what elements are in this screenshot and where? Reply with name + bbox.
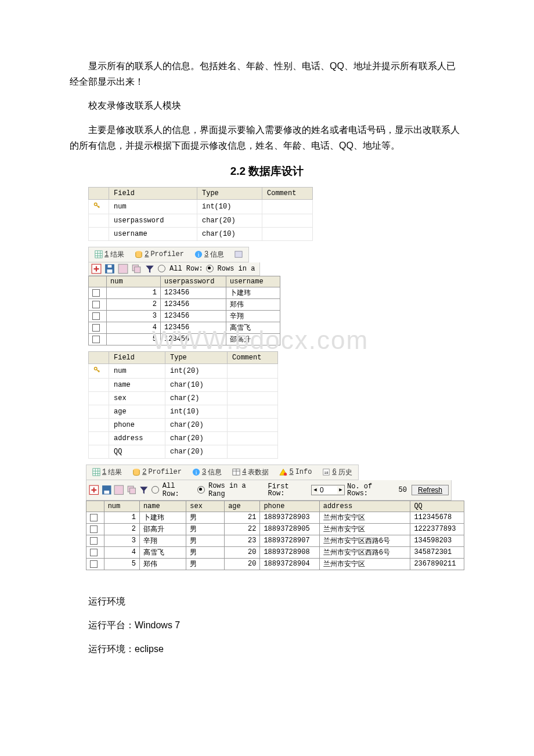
rows-range-label: Rows in a Rang bbox=[208, 482, 266, 498]
result-toolbar-1: All Row: Rows in a bbox=[88, 262, 260, 276]
svg-rect-12 bbox=[135, 267, 140, 273]
cell-phone: 18893728905 bbox=[260, 523, 319, 535]
type-cell: int(10) bbox=[165, 405, 228, 418]
schema-row: QQchar(20) bbox=[89, 445, 278, 458]
table-row[interactable]: 2123456郑伟 bbox=[89, 298, 280, 310]
tab-panel-icon[interactable] bbox=[231, 250, 246, 259]
row-checkbox[interactable] bbox=[89, 333, 107, 345]
schema-row: userpasswordchar(20) bbox=[89, 214, 313, 227]
col-num: num bbox=[104, 501, 139, 512]
comment-cell bbox=[262, 227, 313, 240]
hist-icon: 18 bbox=[322, 468, 330, 476]
field-cell: userpassword bbox=[109, 214, 197, 227]
schema-row: ageint(10) bbox=[89, 405, 278, 418]
col-field: Field bbox=[109, 351, 165, 363]
cell-name: 辛翔 bbox=[139, 535, 186, 546]
first-row-input[interactable] bbox=[319, 486, 337, 494]
row-checkbox[interactable] bbox=[86, 546, 104, 558]
key-cell bbox=[89, 378, 109, 391]
cell-QQ: 112345678 bbox=[410, 512, 464, 523]
tab-表数据[interactable]: 4 表数据 bbox=[229, 467, 272, 478]
cell-QQ: 2367890211 bbox=[410, 558, 464, 570]
row-checkbox[interactable] bbox=[89, 310, 107, 322]
comment-cell bbox=[228, 363, 278, 378]
table-row[interactable]: 5123456邵高升 bbox=[89, 333, 280, 345]
all-rows-radio[interactable] bbox=[151, 486, 159, 494]
grid-icon bbox=[92, 468, 100, 476]
svg-rect-10 bbox=[118, 264, 128, 273]
delete-row-icon[interactable] bbox=[114, 485, 124, 495]
db-icon bbox=[132, 468, 140, 476]
row-checkbox[interactable] bbox=[86, 512, 104, 523]
paragraph-module-desc: 主要是修改联系人的信息，界面提示要输入需要修改的姓名或者电话号码，显示出改联系人… bbox=[70, 122, 464, 153]
add-row-icon[interactable] bbox=[89, 485, 99, 495]
col-comment: Comment bbox=[262, 187, 313, 199]
all-rows-radio[interactable] bbox=[158, 265, 165, 272]
key-cell bbox=[89, 363, 109, 378]
rows-range-radio[interactable] bbox=[197, 486, 205, 494]
key-cell bbox=[89, 214, 109, 227]
cell-age: 22 bbox=[225, 523, 260, 535]
panel-icon bbox=[234, 250, 243, 258]
row-checkbox[interactable] bbox=[89, 322, 107, 333]
svg-rect-25 bbox=[114, 485, 123, 494]
row-checkbox[interactable] bbox=[89, 287, 107, 298]
table-row[interactable]: 1卜建玮男2118893728903兰州市安宁区112345678 bbox=[86, 512, 464, 523]
tab-信息[interactable]: i 3 信息 bbox=[189, 467, 225, 478]
tab-结果[interactable]: 1 结果 bbox=[91, 249, 128, 260]
first-row-spinner[interactable]: ◀ ▶ bbox=[311, 485, 345, 495]
svg-text:18: 18 bbox=[324, 471, 329, 475]
cell-num: 1 bbox=[107, 287, 161, 298]
spin-next-icon[interactable]: ▶ bbox=[337, 488, 344, 492]
spin-prev-icon[interactable]: ◀ bbox=[312, 488, 319, 492]
refresh-button[interactable]: Refresh bbox=[412, 485, 449, 495]
cell-num: 3 bbox=[107, 310, 161, 322]
cell-userpassword: 123456 bbox=[161, 287, 226, 298]
add-row-icon[interactable] bbox=[91, 264, 102, 273]
filter-icon[interactable] bbox=[139, 485, 149, 495]
tab-Info[interactable]: 5 Info bbox=[276, 467, 315, 477]
comment-cell bbox=[262, 199, 313, 214]
tab-历史[interactable]: 18 6 历史 bbox=[319, 467, 355, 478]
tab-Profiler[interactable]: 2 Profiler bbox=[129, 467, 185, 477]
col-num: num bbox=[107, 276, 161, 287]
type-cell: char(20) bbox=[165, 418, 228, 431]
cell-userpassword: 123456 bbox=[161, 322, 226, 333]
table-row[interactable]: 1123456卜建玮 bbox=[89, 287, 280, 298]
tab-结果[interactable]: 1 结果 bbox=[89, 467, 125, 478]
table-row[interactable]: 4高雪飞男2018893728908兰州市安宁区西路6号345872301 bbox=[86, 546, 464, 558]
filter-icon[interactable] bbox=[145, 264, 155, 273]
table-row[interactable]: 3123456辛翔 bbox=[89, 310, 280, 322]
delete-row-icon[interactable] bbox=[118, 264, 128, 273]
comment-cell bbox=[228, 418, 278, 431]
table-row[interactable]: 4123456高雪飞 bbox=[89, 322, 280, 333]
table-row[interactable]: 2邵高升男2218893728905兰州市安宁区1222377893 bbox=[86, 523, 464, 535]
row-checkbox[interactable] bbox=[86, 535, 104, 546]
table-row[interactable]: 3辛翔男2318893728907兰州市安宁区西路6号134598203 bbox=[86, 535, 464, 546]
section-heading: 2.2 数据库设计 bbox=[70, 164, 464, 179]
result-grid-2: num name sex age phone address QQ 1卜建玮男2… bbox=[86, 501, 464, 570]
schema-row: phonechar(20) bbox=[89, 418, 278, 431]
type-cell: char(20) bbox=[197, 214, 262, 227]
save-icon[interactable] bbox=[104, 264, 115, 273]
field-cell: name bbox=[109, 378, 165, 391]
copy-icon[interactable] bbox=[131, 264, 142, 273]
save-icon[interactable] bbox=[102, 485, 112, 495]
table-row[interactable]: 5郑伟男2018893728904兰州市安宁区2367890211 bbox=[86, 558, 464, 570]
cell-age: 21 bbox=[225, 512, 260, 523]
field-cell: num bbox=[109, 199, 197, 214]
col-type: Type bbox=[165, 351, 228, 363]
primary-key-icon bbox=[93, 202, 100, 209]
row-checkbox[interactable] bbox=[86, 558, 104, 570]
row-checkbox[interactable] bbox=[89, 298, 107, 310]
copy-icon[interactable] bbox=[127, 485, 137, 495]
db-icon bbox=[135, 250, 143, 258]
row-checkbox[interactable] bbox=[86, 523, 104, 535]
svg-rect-14 bbox=[93, 469, 100, 476]
cell-age: 20 bbox=[225, 546, 260, 558]
tab-信息[interactable]: i 3 信息 bbox=[191, 249, 228, 260]
cell-num: 4 bbox=[104, 546, 139, 558]
tab-Profiler[interactable]: 2 Profiler bbox=[131, 250, 187, 259]
rows-in-radio[interactable] bbox=[206, 265, 214, 272]
cell-num: 3 bbox=[104, 535, 139, 546]
